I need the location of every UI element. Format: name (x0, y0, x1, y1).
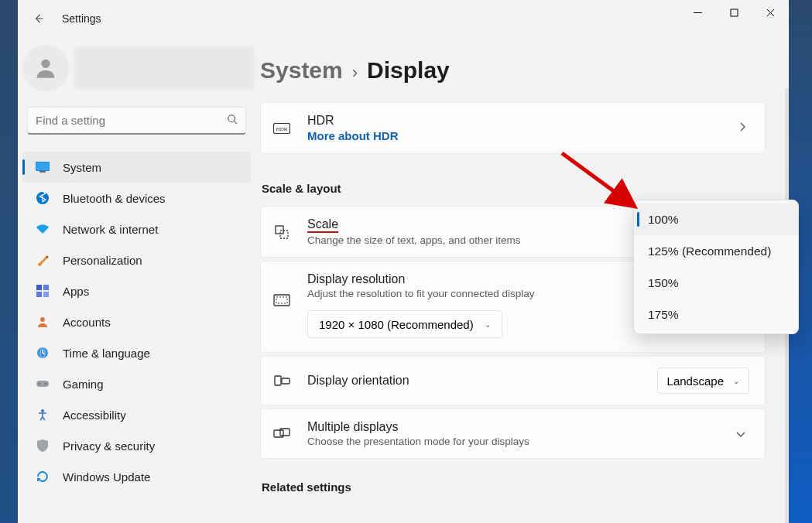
sidebar-item-accessibility[interactable]: Accessibility (22, 399, 251, 430)
system-icon (35, 159, 50, 175)
orientation-icon (272, 371, 292, 390)
sidebar-item-label: System (63, 161, 101, 174)
scale-icon (272, 223, 292, 241)
update-icon (35, 469, 50, 484)
svg-point-1 (41, 60, 50, 68)
sidebar-item-personalization[interactable]: Personalization (22, 244, 251, 275)
window-title: Settings (62, 12, 101, 25)
svg-rect-28 (280, 429, 290, 436)
svg-rect-0 (731, 9, 738, 16)
sidebar-item-privacy[interactable]: Privacy & security (22, 430, 251, 461)
svg-rect-9 (36, 292, 42, 297)
svg-point-2 (228, 115, 235, 121)
titlebar: Settings (18, 0, 789, 37)
sidebar-item-time-language[interactable]: Time & language (22, 337, 251, 368)
sidebar-nav: System Bluetooth & devices Network & int… (19, 142, 254, 492)
svg-text:HDR: HDR (276, 126, 288, 132)
multiple-title: Multiple displays (307, 420, 720, 434)
sidebar-item-windows-update[interactable]: Windows Update (22, 461, 251, 492)
svg-rect-25 (275, 376, 281, 385)
apps-icon (35, 283, 50, 299)
scale-dropdown-menu: 100% 125% (Recommended) 150% 175% (633, 200, 799, 334)
minimize-button[interactable] (680, 0, 716, 25)
maximize-button[interactable] (716, 0, 752, 25)
section-scale-layout: Scale & layout (262, 182, 766, 195)
sidebar-item-label: Time & language (63, 347, 150, 360)
svg-rect-8 (43, 285, 49, 290)
svg-rect-22 (280, 231, 288, 238)
sidebar: System Bluetooth & devices Network & int… (18, 37, 255, 523)
svg-point-17 (45, 383, 46, 385)
breadcrumb: System › Display (260, 57, 766, 84)
svg-point-11 (40, 317, 45, 322)
chevron-down-icon: ⌄ (485, 320, 491, 329)
svg-rect-26 (282, 378, 290, 384)
orientation-title: Display orientation (307, 374, 642, 388)
sidebar-item-label: Gaming (63, 378, 104, 391)
scale-option-175[interactable]: 175% (634, 299, 798, 330)
account-name-redacted (75, 47, 254, 89)
back-arrow-icon (33, 13, 44, 24)
sidebar-item-label: Privacy & security (63, 439, 155, 453)
desktop-edge-left (0, 0, 18, 523)
sidebar-item-label: Accessibility (63, 408, 126, 422)
sidebar-item-label: Apps (63, 285, 89, 298)
sidebar-item-network[interactable]: Network & internet (22, 214, 251, 244)
breadcrumb-root[interactable]: System (260, 57, 343, 84)
sidebar-item-accounts[interactable]: Accounts (22, 306, 251, 337)
section-related: Related settings (262, 480, 766, 494)
sidebar-item-label: Network & internet (63, 223, 158, 236)
avatar (22, 45, 69, 91)
orientation-value: Landscape (667, 374, 724, 388)
svg-rect-27 (274, 430, 283, 437)
hdr-card[interactable]: HDR HDR More about HDR (260, 102, 766, 154)
scale-option-125[interactable]: 125% (Recommended) (634, 235, 798, 267)
multiple-sub: Choose the presentation mode for your di… (307, 436, 720, 447)
back-button[interactable] (31, 0, 46, 37)
chevron-right-icon: › (352, 63, 358, 83)
account-block[interactable] (19, 45, 254, 99)
chevron-down-icon (735, 427, 749, 441)
hdr-link[interactable]: More about HDR (307, 129, 724, 142)
hdr-title: HDR (307, 114, 724, 128)
svg-point-16 (39, 383, 40, 385)
sidebar-item-system[interactable]: System (22, 152, 251, 183)
time-icon (35, 345, 50, 361)
scale-option-100[interactable]: 100% (634, 203, 798, 235)
page-title: Display (367, 57, 450, 84)
search-input[interactable] (36, 114, 227, 127)
accessibility-icon (35, 407, 50, 422)
sidebar-item-label: Windows Update (63, 470, 150, 484)
sidebar-item-gaming[interactable]: Gaming (22, 368, 251, 399)
svg-rect-4 (36, 162, 50, 171)
svg-rect-7 (36, 285, 42, 290)
accounts-icon (35, 314, 50, 330)
wifi-icon (35, 221, 50, 237)
gaming-icon (35, 376, 50, 391)
resolution-value: 1920 × 1080 (Recommended) (319, 318, 474, 331)
svg-point-18 (41, 409, 44, 412)
sidebar-item-label: Accounts (63, 316, 111, 329)
resolution-dropdown[interactable]: 1920 × 1080 (Recommended) ⌄ (307, 310, 502, 338)
close-button[interactable] (752, 0, 789, 25)
maximize-icon (730, 9, 738, 17)
sidebar-item-label: Personalization (63, 254, 142, 267)
svg-rect-5 (39, 171, 46, 173)
shield-icon (35, 438, 50, 453)
sidebar-item-bluetooth[interactable]: Bluetooth & devices (22, 183, 251, 214)
resolution-icon (272, 291, 292, 309)
orientation-dropdown[interactable]: Landscape ⌄ (657, 367, 749, 394)
search-box[interactable] (27, 107, 246, 135)
orientation-card: Display orientation Landscape ⌄ (260, 356, 766, 405)
hdr-icon: HDR (272, 119, 292, 138)
svg-rect-21 (276, 226, 283, 234)
bluetooth-icon (35, 190, 50, 206)
sidebar-item-label: Bluetooth & devices (63, 192, 166, 205)
scale-option-150[interactable]: 150% (634, 267, 798, 299)
multiple-displays-card[interactable]: Multiple displays Choose the presentatio… (260, 408, 766, 459)
chevron-down-icon: ⌄ (733, 377, 739, 385)
close-icon (766, 9, 775, 17)
person-icon (33, 55, 59, 81)
sidebar-item-apps[interactable]: Apps (22, 275, 251, 306)
svg-rect-15 (36, 381, 49, 387)
